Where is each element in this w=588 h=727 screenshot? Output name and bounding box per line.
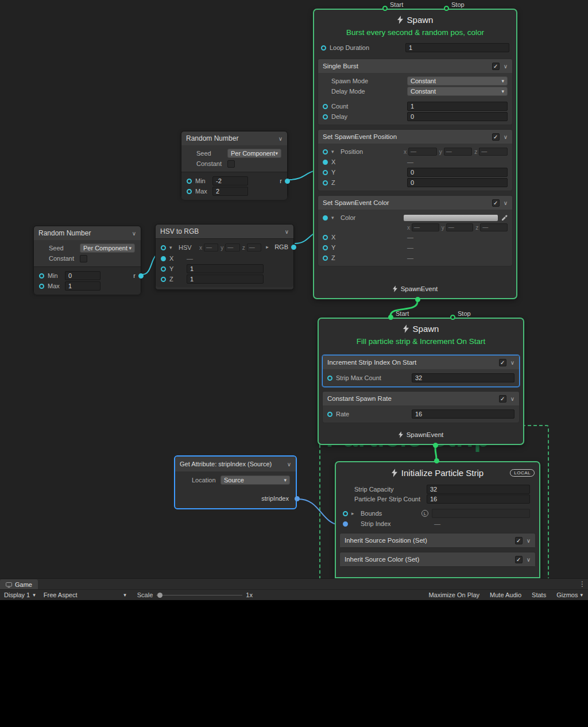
position-y-port[interactable]: [323, 170, 328, 175]
color-y-port[interactable]: [323, 245, 328, 250]
max-field[interactable]: 2: [212, 187, 248, 196]
block-enabled-checkbox[interactable]: [492, 133, 500, 141]
chevron-down-icon[interactable]: [527, 556, 531, 563]
position-z-minifield[interactable]: —: [479, 148, 508, 156]
stats-button[interactable]: Stats: [527, 590, 551, 601]
delay-field[interactable]: 0: [407, 112, 508, 121]
z-field[interactable]: 0: [407, 178, 508, 187]
rgb-output-port[interactable]: [291, 245, 296, 250]
initialize-particle-strip-context[interactable]: Initialize Particle Strip LOCAL Strip Ca…: [335, 461, 540, 578]
chevron-down-icon[interactable]: [504, 134, 508, 140]
chevron-down-icon[interactable]: [287, 461, 291, 467]
hsv-z-minifield[interactable]: —: [247, 243, 261, 252]
rate-field[interactable]: 16: [412, 409, 514, 419]
eyedropper-icon[interactable]: [501, 215, 508, 221]
bounds-field[interactable]: [432, 509, 530, 518]
game-view[interactable]: [0, 600, 588, 727]
maximize-on-play-button[interactable]: Maximize On Play: [423, 590, 485, 601]
loop-duration-port[interactable]: [321, 45, 326, 51]
block-enabled-checkbox[interactable]: [499, 395, 506, 403]
block-enabled-checkbox[interactable]: [499, 359, 506, 366]
chevron-down-icon[interactable]: [504, 63, 508, 69]
y-field[interactable]: 0: [407, 168, 508, 177]
node-header[interactable]: Random Number: [181, 132, 287, 145]
chevron-down-icon[interactable]: [278, 136, 283, 142]
spawn-context-burst[interactable]: Start Stop Spawn Burst every second & ra…: [313, 9, 517, 299]
tab-game[interactable]: Game: [0, 579, 38, 590]
particle-per-strip-count-field[interactable]: 16: [427, 494, 530, 504]
block-header[interactable]: Constant Spawn Rate: [323, 392, 519, 405]
hsv-z-port[interactable]: [161, 277, 166, 282]
random-number-node-top[interactable]: Random Number Seed Per Component Constan…: [181, 131, 288, 198]
random-output-port[interactable]: [138, 273, 144, 279]
max-field[interactable]: 1: [65, 281, 100, 291]
location-dropdown[interactable]: Source: [220, 475, 290, 485]
constant-checkbox[interactable]: [80, 255, 87, 262]
set-spawnevent-position-block[interactable]: Set SpawnEvent Position Position x— y— z…: [318, 129, 513, 191]
chevron-down-icon[interactable]: [510, 359, 514, 366]
min-port[interactable]: [39, 273, 44, 279]
stop-flow-port[interactable]: [444, 6, 449, 11]
node-header[interactable]: HSV to RGB: [156, 225, 293, 238]
mute-audio-button[interactable]: Mute Audio: [485, 590, 527, 601]
strip-max-count-field[interactable]: 32: [412, 373, 514, 382]
chevron-down-icon[interactable]: [132, 230, 136, 237]
spawnevent-output-port[interactable]: [433, 443, 438, 448]
rate-port[interactable]: [327, 412, 332, 417]
min-field[interactable]: -2: [212, 176, 248, 185]
hsv-x-minifield[interactable]: —: [204, 243, 218, 252]
z-field[interactable]: 1: [187, 274, 264, 284]
graph-canvas[interactable]: Particle Strip Random Number Seed Per Co…: [0, 0, 588, 578]
block-header[interactable]: Set SpawnEvent Color: [318, 196, 512, 210]
delay-mode-dropdown[interactable]: Constant: [407, 87, 508, 96]
spawn-context-strip[interactable]: Start Stop Spawn Fill particle strip & I…: [318, 318, 524, 445]
seed-dropdown[interactable]: Per Component: [80, 243, 135, 253]
strip-index-port[interactable]: [343, 521, 348, 527]
min-port[interactable]: [187, 179, 192, 184]
chevron-down-icon[interactable]: [504, 200, 508, 206]
block-enabled-checkbox[interactable]: [492, 199, 500, 207]
inherit-source-position-block[interactable]: Inherit Source Position (Set): [339, 533, 536, 548]
local-space-icon[interactable]: [421, 510, 428, 517]
start-flow-port[interactable]: [382, 6, 388, 11]
hsv-y-port[interactable]: [161, 266, 166, 272]
delay-port[interactable]: [323, 114, 328, 119]
constant-spawn-rate-block[interactable]: Constant Spawn Rate Rate 16: [322, 391, 520, 423]
aspect-dropdown[interactable]: Free Aspect: [40, 590, 130, 601]
stripindex-output-port[interactable]: [295, 496, 300, 501]
chevron-down-icon[interactable]: [527, 537, 531, 544]
random-output-port[interactable]: [285, 179, 290, 184]
constant-checkbox[interactable]: [227, 160, 235, 168]
position-x-port[interactable]: [323, 160, 328, 165]
max-port[interactable]: [187, 189, 192, 194]
block-header[interactable]: Inherit Source Color (Set): [340, 552, 535, 566]
position-x-minifield[interactable]: —: [408, 148, 437, 156]
position-y-minifield[interactable]: —: [444, 148, 473, 156]
increment-strip-index-block[interactable]: Increment Strip Index On Start Strip Max…: [322, 355, 520, 387]
foldout-open-icon[interactable]: [331, 215, 337, 221]
position-z-port[interactable]: [323, 180, 328, 185]
color-z-port[interactable]: [323, 256, 328, 261]
min-field[interactable]: 0: [65, 271, 100, 280]
strip-max-count-port[interactable]: [327, 376, 332, 381]
position-port[interactable]: [323, 149, 328, 154]
block-header[interactable]: Inherit Source Position (Set): [340, 533, 535, 547]
stop-flow-port[interactable]: [450, 315, 455, 320]
block-header[interactable]: Set SpawnEvent Position: [318, 130, 512, 144]
hsv-to-rgb-node[interactable]: HSV to RGB HSV x— y— z— RGB: [155, 224, 294, 290]
seed-dropdown[interactable]: Per Component: [227, 149, 281, 158]
foldout-closed-icon[interactable]: [351, 511, 357, 516]
get-attribute-node[interactable]: Get Attribute: stripIndex (Source) Locat…: [174, 455, 297, 509]
count-port[interactable]: [323, 104, 328, 109]
block-header[interactable]: Single Burst: [318, 59, 512, 73]
color-y-minifield[interactable]: —: [446, 223, 474, 231]
display-dropdown[interactable]: Display 1: [0, 590, 40, 601]
tab-overflow-icon[interactable]: [579, 580, 586, 588]
single-burst-block[interactable]: Single Burst Spawn Mode Constant Delay M…: [318, 59, 513, 125]
input-flow-port[interactable]: [434, 458, 439, 463]
color-port[interactable]: [323, 215, 328, 221]
foldout-open-icon[interactable]: [169, 245, 175, 250]
node-header[interactable]: Get Attribute: stripIndex (Source): [175, 457, 296, 471]
hsv-y-minifield[interactable]: —: [225, 243, 239, 252]
inherit-source-color-block[interactable]: Inherit Source Color (Set): [339, 552, 536, 567]
